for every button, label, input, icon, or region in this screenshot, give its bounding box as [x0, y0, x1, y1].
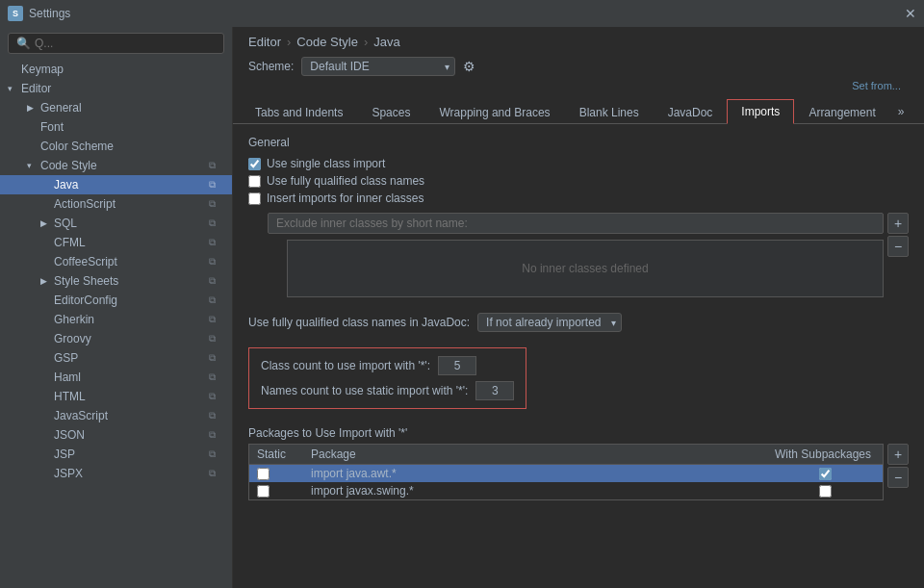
- packages-row[interactable]: import java.awt.*: [249, 465, 883, 482]
- close-button[interactable]: ✕: [905, 6, 916, 21]
- copy-icon: ⧉: [209, 256, 224, 268]
- remove-exclude-button[interactable]: −: [887, 236, 909, 257]
- qualified-javadoc-select[interactable]: If not already imported Always Never: [477, 313, 622, 332]
- tab-more[interactable]: »: [890, 100, 912, 123]
- copy-icon: ⧉: [209, 448, 224, 460]
- packages-section: Static Package With Subpackages import j…: [248, 444, 909, 500]
- sidebar-item-label: CoffeeScript: [54, 255, 117, 268]
- sidebar-item-label: EditorConfig: [54, 294, 117, 307]
- tab-arrangement[interactable]: Arrangement: [794, 100, 889, 124]
- arrow-icon: ▶: [40, 276, 52, 286]
- copy-icon: ⧉: [209, 217, 224, 229]
- checkbox-insert-imports-inner-input[interactable]: [248, 192, 261, 205]
- exclude-input[interactable]: [268, 213, 884, 234]
- qualified-javadoc-label: Use fully qualified class names in JavaD…: [248, 316, 470, 329]
- pkg-cell-sub-2: [767, 485, 883, 498]
- pkg-cell-package-1: import java.awt.*: [307, 467, 767, 480]
- sidebar-item-label: JSP: [54, 447, 75, 461]
- names-count-input[interactable]: [475, 381, 514, 400]
- sidebar-item-style-sheets[interactable]: ▶ Style Sheets ⧉: [0, 271, 232, 291]
- copy-icon: ⧉: [209, 429, 224, 441]
- packages-table-container: Static Package With Subpackages import j…: [248, 444, 884, 500]
- copy-icon: ⧉: [209, 391, 224, 402]
- names-count-label: Names count to use static import with '*…: [261, 384, 468, 397]
- sidebar-item-gsp[interactable]: GSP ⧉: [0, 348, 232, 368]
- sidebar-item-editor[interactable]: ▾ Editor: [0, 79, 232, 98]
- pkg-header-static: Static: [249, 447, 307, 461]
- sidebar-item-jsp[interactable]: JSP ⧉: [0, 445, 232, 464]
- checkbox-fully-qualified-input[interactable]: [248, 175, 261, 188]
- sidebar-item-cfml[interactable]: CFML ⧉: [0, 233, 232, 252]
- sidebar-item-json[interactable]: JSON ⧉: [0, 425, 232, 445]
- packages-label: Packages to Use Import with '*': [248, 426, 909, 440]
- qualified-javadoc-row: Use fully qualified class names in JavaD…: [248, 313, 909, 332]
- packages-row[interactable]: import javax.swing.*: [249, 482, 883, 499]
- search-box[interactable]: 🔍: [8, 33, 224, 54]
- copy-icon: ⧉: [209, 237, 224, 248]
- checkbox-insert-imports-inner-label: Insert imports for inner classes: [267, 192, 424, 205]
- add-package-button[interactable]: +: [887, 444, 909, 465]
- pkg-static-checkbox-1[interactable]: [257, 468, 270, 480]
- pkg-sub-checkbox-1[interactable]: [819, 468, 832, 480]
- sidebar-item-color-scheme[interactable]: Color Scheme: [0, 137, 232, 156]
- sidebar-item-label: ActionScript: [54, 197, 116, 211]
- scheme-select[interactable]: Default IDE Project: [301, 57, 455, 76]
- content-area: Editor › Code Style › Java Scheme: Defau…: [233, 27, 924, 588]
- checkbox-single-class-import-input[interactable]: [248, 158, 261, 170]
- breadcrumb-editor: Editor: [248, 35, 281, 49]
- copy-icon: ⧉: [209, 160, 224, 171]
- set-from-link[interactable]: Set from...: [248, 80, 909, 91]
- sidebar-item-code-style[interactable]: ▾ Code Style ⧉: [0, 156, 232, 175]
- packages-table: Static Package With Subpackages import j…: [248, 444, 884, 500]
- search-input[interactable]: [35, 37, 216, 50]
- tab-tabs-indents[interactable]: Tabs and Indents: [241, 100, 357, 124]
- sidebar-item-java[interactable]: Java ⧉: [0, 175, 232, 194]
- pkg-static-checkbox-2[interactable]: [257, 485, 270, 498]
- sidebar-item-label: JSON: [54, 428, 85, 442]
- copy-icon: ⧉: [209, 410, 224, 422]
- sidebar-item-general[interactable]: ▶ General: [0, 98, 232, 117]
- pkg-cell-sub-1: [767, 468, 883, 480]
- sidebar-item-editorconfig[interactable]: EditorConfig ⧉: [0, 291, 232, 310]
- copy-icon: ⧉: [209, 468, 224, 479]
- pkg-sub-checkbox-2[interactable]: [819, 485, 832, 498]
- class-count-row: Class count to use import with '*':: [261, 356, 514, 375]
- tab-imports[interactable]: Imports: [727, 99, 794, 124]
- titlebar: S Settings ✕: [0, 0, 924, 27]
- class-count-input[interactable]: [438, 356, 476, 375]
- gear-icon[interactable]: ⚙: [463, 59, 475, 74]
- scheme-select-wrap: Default IDE Project: [301, 57, 455, 76]
- sidebar-item-haml[interactable]: Haml ⧉: [0, 368, 232, 387]
- tab-spaces[interactable]: Spaces: [357, 100, 424, 124]
- sidebar-item-font[interactable]: Font: [0, 117, 232, 137]
- sidebar-item-actionscript[interactable]: ActionScript ⧉: [0, 194, 232, 214]
- packages-table-actions: + −: [887, 444, 909, 488]
- tab-javadoc[interactable]: JavaDoc: [654, 100, 728, 124]
- add-exclude-button[interactable]: +: [887, 213, 909, 234]
- checkbox-fully-qualified: Use fully qualified class names: [248, 174, 909, 188]
- copy-icon: ⧉: [209, 371, 224, 383]
- sidebar-item-keymap[interactable]: Keymap: [0, 60, 232, 79]
- pkg-cell-static-1: [249, 468, 307, 480]
- sidebar-item-label: HTML: [54, 390, 86, 403]
- main-layout: 🔍 Keymap ▾ Editor ▶ General Font Color S…: [0, 27, 924, 588]
- content-header: Editor › Code Style › Java Scheme: Defau…: [233, 27, 924, 99]
- sidebar-item-javascript[interactable]: JavaScript ⧉: [0, 406, 232, 425]
- sidebar-item-sql[interactable]: ▶ SQL ⧉: [0, 214, 232, 233]
- sidebar-item-coffeescript[interactable]: CoffeeScript ⧉: [0, 252, 232, 271]
- sidebar-item-gherkin[interactable]: Gherkin ⧉: [0, 310, 232, 329]
- sidebar-item-jspx[interactable]: JSPX ⧉: [0, 464, 232, 483]
- tab-blank-lines[interactable]: Blank Lines: [565, 100, 654, 124]
- sidebar-item-label: Java: [54, 178, 78, 192]
- arrow-icon: ▾: [27, 161, 38, 170]
- remove-package-button[interactable]: −: [887, 467, 909, 488]
- sidebar-item-label: Editor: [21, 82, 51, 95]
- packages-table-header: Static Package With Subpackages: [249, 445, 883, 465]
- sidebar-item-groovy[interactable]: Groovy ⧉: [0, 329, 232, 348]
- arrow-icon: ▶: [40, 218, 52, 228]
- sidebar-item-html[interactable]: HTML ⧉: [0, 387, 232, 406]
- sidebar-item-label: JavaScript: [54, 409, 108, 422]
- tab-wrapping-braces[interactable]: Wrapping and Braces: [424, 100, 564, 124]
- sidebar-item-label: Color Scheme: [40, 140, 114, 153]
- sidebar-item-label: Groovy: [54, 332, 91, 345]
